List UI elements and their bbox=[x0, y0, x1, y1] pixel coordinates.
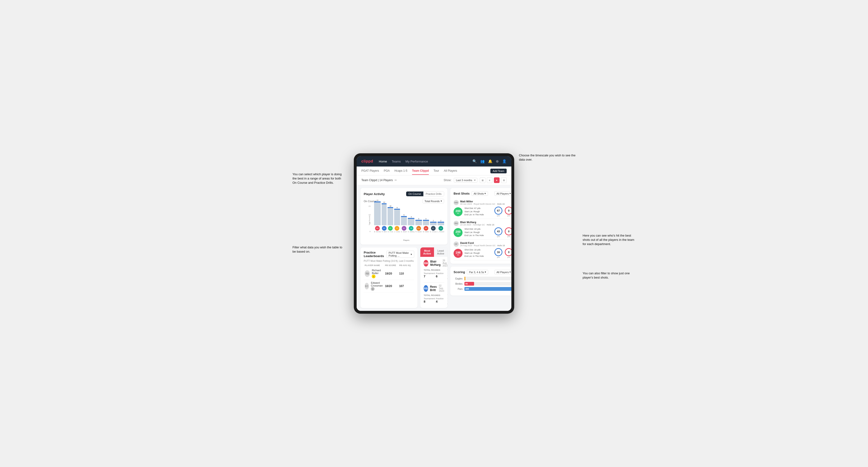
scoring-filter-label-2: All Players bbox=[497, 271, 509, 274]
left-column: Player Activity On Course Practice Drill… bbox=[361, 188, 447, 308]
tab-least-active[interactable]: Least Active bbox=[434, 247, 447, 257]
tab-tour[interactable]: Tour bbox=[434, 167, 439, 175]
scoring-val-pars: 499 bbox=[465, 288, 469, 290]
shot-stat-ring-3a: 16 bbox=[494, 248, 502, 256]
rounds-group-1: Total Rounds Tournament 7 Practice bbox=[424, 269, 445, 280]
lb-player-2: EC Edward Crossman 2 bbox=[365, 281, 385, 291]
scoring-filter-chevron-1: ▾ bbox=[485, 271, 486, 274]
nav-link-home[interactable]: Home bbox=[379, 159, 387, 164]
activity-date-1: 26 Aug 2023 bbox=[442, 259, 447, 267]
scoring-label-pars: Pars bbox=[454, 288, 463, 290]
chart-filter-label: Total Rounds bbox=[425, 200, 440, 203]
scoring-filter-1[interactable]: Par 3, 4 & 5s ▾ bbox=[467, 270, 488, 274]
view-icon-settings[interactable]: ⚙ bbox=[501, 177, 507, 183]
shot-row-2: BM Blair McHarg 23 Jul 2023 · Ashridge G… bbox=[454, 219, 512, 240]
lb-col-score: PB SCORE bbox=[385, 264, 399, 267]
lb-badge-1: 1 bbox=[372, 275, 375, 278]
tab-team-clippd[interactable]: Team Clippd bbox=[412, 167, 429, 175]
scoring-bar-wrap-eagles: 3 bbox=[464, 277, 512, 280]
bar-group-4: 5EEE. Ebert bbox=[401, 214, 407, 232]
shot-stat-1b: 0 yds bbox=[504, 207, 512, 217]
timeframe-select[interactable]: Last 3 months Last month Last 6 months bbox=[454, 178, 477, 183]
activity-stats-1: Total Rounds Tournament 7 Practice bbox=[424, 269, 444, 280]
annotation-top-right: Choose the timescale you wish to see the… bbox=[519, 153, 576, 162]
shot-player-name-2: Blair McHarg bbox=[460, 221, 494, 224]
view-icon-grid[interactable]: ⊞ bbox=[480, 177, 486, 183]
annotation-left-top: You can select which player is doing the… bbox=[292, 172, 344, 185]
nav-link-performance[interactable]: My Performance bbox=[405, 159, 428, 164]
shot-details-1: Shot Dist: 67 ydsStart Lie: RoughEnd Lie… bbox=[464, 207, 492, 217]
bar-group-1: 12RBR. Britt bbox=[382, 201, 386, 232]
lb-avg-1: 110 bbox=[399, 272, 413, 275]
chart-filter-dropdown[interactable]: Total Rounds ▾ bbox=[423, 199, 444, 203]
bell-icon[interactable]: 🔔 bbox=[488, 159, 493, 163]
scoring-bar-wrap-pars: 499 bbox=[464, 287, 512, 291]
shot-badge-label-2: SG bbox=[457, 233, 459, 235]
toggle-on-course[interactable]: On Course bbox=[406, 191, 423, 196]
team-header: Team Clippd | 14 Players ✏ Show: Last 3 … bbox=[356, 176, 512, 185]
bar-group-6: 3RBuR. Butler bbox=[415, 218, 422, 232]
add-team-button[interactable]: Add Team bbox=[490, 168, 507, 173]
bar-group-3: 9JCJ. Coles bbox=[394, 207, 400, 232]
profile-icon[interactable]: 👤 bbox=[502, 159, 507, 163]
shots-filter-label: All Shots bbox=[474, 192, 484, 195]
gtt-label-2: GTT bbox=[447, 300, 447, 302]
shot-avatar-3: DF bbox=[454, 242, 459, 247]
shot-row-3: DF David Ford 24 Aug 2023 · Royal North … bbox=[454, 240, 512, 260]
annotation-left-bottom: Filter what data you wish the table to b… bbox=[292, 245, 344, 254]
bar-0 bbox=[374, 201, 381, 225]
tab-pgat[interactable]: PGAT Players bbox=[361, 167, 379, 175]
rounds-row-2: Tournament 8 Practice 4 bbox=[424, 298, 445, 303]
shot-details-3: Shot Dist: 16 ydsStart Lie: RoughEnd Lie… bbox=[464, 248, 492, 258]
view-icon-list[interactable]: ≡ bbox=[487, 177, 493, 183]
nav-bar: clippd Home Teams My Performance 🔍 👥 🔔 ⊕… bbox=[356, 156, 512, 166]
scoring-bar-wrap-birdies: 96 bbox=[464, 282, 512, 286]
bar-group-9: 2LRL. Robertson bbox=[437, 220, 444, 232]
scoring-card: Scoring Par 3, 4 & 5s ▾ All Players ▾ bbox=[450, 267, 512, 295]
lb-title: Practice Leaderboards bbox=[364, 251, 386, 258]
tab-most-active[interactable]: Most Active bbox=[420, 247, 434, 257]
shot-metrics-3: 198 SG Shot Dist: 16 ydsStart Lie: Rough… bbox=[454, 248, 512, 258]
search-icon[interactable]: 🔍 bbox=[472, 159, 477, 163]
tablet-screen: clippd Home Teams My Performance 🔍 👥 🔔 ⊕… bbox=[356, 156, 512, 311]
bar-3 bbox=[394, 209, 400, 225]
nav-link-teams[interactable]: Teams bbox=[392, 159, 401, 164]
users-icon[interactable]: 👥 bbox=[480, 159, 485, 163]
lb-name-1: Richard Butler bbox=[372, 269, 385, 275]
best-shots-header: Best Shots All Shots ▾ All Players ▾ bbox=[454, 191, 512, 196]
tab-all-players[interactable]: All Players bbox=[444, 167, 457, 175]
shots-filter-chevron: ▾ bbox=[485, 192, 486, 195]
view-icons: ⊞ ≡ ♥ ⚙ bbox=[480, 177, 507, 183]
edit-icon[interactable]: ✏ bbox=[395, 179, 397, 182]
y-axis: 151050 bbox=[368, 205, 371, 232]
scoring-bar-pars: 499 bbox=[464, 287, 512, 291]
shot-stat-ring-2a: 43 bbox=[494, 227, 502, 236]
bar-8 bbox=[430, 222, 437, 225]
lb-name-2: Edward Crossman bbox=[371, 281, 385, 287]
lb-filter-label: PUTT Must Make Putting ... bbox=[389, 251, 410, 257]
activity-avatar-1: BM bbox=[424, 260, 428, 267]
shots-filter-dropdown[interactable]: All Shots ▾ bbox=[471, 191, 488, 196]
divider bbox=[424, 282, 444, 283]
lb-col-player: PLAYER NAME bbox=[365, 264, 385, 267]
shot-stat-ring-3b: 0 bbox=[505, 248, 512, 256]
main-content: Player Activity On Course Practice Drill… bbox=[356, 185, 512, 311]
add-icon[interactable]: ⊕ bbox=[496, 159, 499, 163]
toggle-practice-drills[interactable]: Practice Drills bbox=[423, 191, 444, 196]
tournament-label-1: Tournament bbox=[424, 272, 435, 275]
tab-pga[interactable]: PGA bbox=[384, 167, 390, 175]
lb-filter-dropdown[interactable]: PUTT Must Make Putting ... ▾ bbox=[386, 251, 414, 258]
shot-stat-3a: 16 yds bbox=[494, 248, 503, 258]
scoring-row-pars: Pars 499 bbox=[454, 287, 512, 291]
view-icon-heart[interactable]: ♥ bbox=[494, 177, 500, 183]
activity-name-2: Rees Britt bbox=[430, 285, 439, 292]
tab-hcaps[interactable]: Hcaps 1-5 bbox=[394, 167, 407, 175]
shot-metrics-2: 200 SG Shot Dist: 43 ydsStart Lie: Rough… bbox=[454, 227, 512, 238]
gtt-val-1: 0 bbox=[447, 277, 447, 280]
bar-9 bbox=[437, 222, 444, 225]
players-filter-dropdown[interactable]: All Players ▾ bbox=[494, 191, 512, 196]
practice-row-1: GTT 0 APP 0 bbox=[447, 275, 447, 280]
scoring-filter-2[interactable]: All Players ▾ bbox=[494, 270, 512, 274]
annotation-right-middle: Here you can see who's hit the best shot… bbox=[583, 234, 634, 247]
shot-player-name-1: Matt Miller bbox=[460, 200, 505, 203]
